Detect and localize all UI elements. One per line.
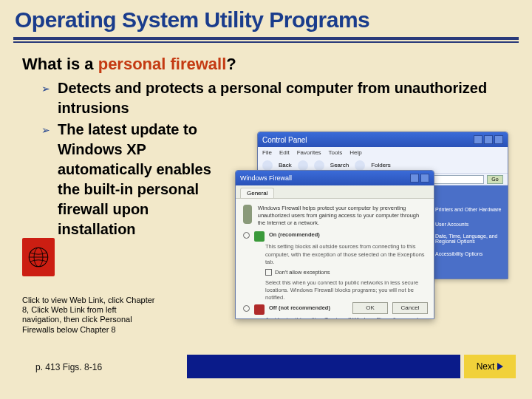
- minimize-icon: [474, 135, 482, 144]
- wf-option-on: On (recommended): [243, 231, 426, 242]
- page-reference: p. 413 Figs. 8-16: [35, 362, 102, 372]
- ok-button: OK: [352, 302, 388, 314]
- title-underline: [13, 37, 519, 43]
- firewall-icon: [243, 205, 252, 224]
- slide-title: Operating System Utility Programs: [0, 0, 532, 33]
- category-label: Printers and Other Hardware: [435, 207, 501, 212]
- arrow-right-icon: [497, 363, 503, 370]
- close-icon: [420, 174, 429, 183]
- cp-titlebar: Control Panel: [258, 132, 508, 147]
- globe-icon: [26, 245, 51, 270]
- wf-exc-desc: Select this when you connect to public n…: [265, 279, 426, 301]
- toolbar-label: Search: [330, 162, 349, 168]
- wf-exception-check: Don't allow exceptions: [265, 269, 426, 276]
- menu-item: File: [262, 149, 272, 156]
- maximize-icon: [484, 135, 493, 144]
- shield-on-icon: [254, 231, 265, 242]
- checkbox-icon: [265, 269, 272, 276]
- menu-item: Help: [349, 149, 361, 156]
- cp-menubar: File Edit Favorites Tools Help: [258, 147, 508, 157]
- wf-on-label: On (recommended): [269, 231, 320, 239]
- back-icon: [262, 160, 273, 171]
- next-label: Next: [477, 361, 495, 372]
- bullet-icon: ➢: [41, 120, 58, 136]
- menu-item: Edit: [279, 149, 290, 156]
- category-label: User Accounts: [435, 222, 468, 227]
- next-button[interactable]: Next: [464, 355, 516, 378]
- wf-tab-general: General: [240, 188, 274, 198]
- question-line: What is a personal firewall?: [22, 55, 532, 74]
- radio-icon: [243, 305, 250, 312]
- wf-body: Windows Firewall helps protect your comp…: [236, 199, 434, 319]
- toolbar-label: Back: [279, 162, 292, 168]
- embedded-screenshot: Control Panel File Edit Favorites Tools …: [235, 132, 508, 319]
- wf-off-label: Off (not recommended): [269, 304, 330, 312]
- wf-titlebar: Windows Firewall: [236, 171, 434, 185]
- radio-icon: [243, 232, 250, 239]
- folders-icon: [355, 160, 365, 171]
- cp-title-text: Control Panel: [262, 136, 307, 144]
- cancel-button: Cancel: [392, 302, 428, 314]
- firewall-window: Windows Firewall General Windows Firewal…: [235, 170, 434, 319]
- category-label: Accessibility Options: [435, 251, 482, 256]
- bullet-text: Detects and protects a personal computer…: [58, 78, 532, 118]
- wf-tabs: General: [236, 185, 434, 199]
- help-icon: [410, 174, 419, 183]
- category-label: Date, Time, Language, and Regional Optio…: [435, 233, 502, 244]
- wf-intro: Windows Firewall helps protect your comp…: [258, 205, 426, 227]
- web-link-caption: Click to view Web Link, click Chapter 8,…: [22, 296, 155, 335]
- wf-exc-label: Don't allow exceptions: [275, 269, 330, 276]
- search-icon: [314, 160, 324, 171]
- go-button: Go: [487, 175, 503, 184]
- wf-off-desc: Avoid using this setting. Turning off Wi…: [265, 316, 426, 319]
- wf-title-text: Windows Firewall: [240, 174, 292, 182]
- question-highlight: personal firewall: [98, 55, 227, 73]
- question-prefix: What is a: [22, 55, 98, 73]
- bullet-text: The latest update to Windows XP automati…: [58, 120, 226, 239]
- web-link-icon[interactable]: [22, 238, 55, 276]
- menu-item: Favorites: [297, 149, 321, 156]
- close-icon: [494, 135, 503, 144]
- footer-bar: [187, 355, 460, 378]
- bullet-item: ➢ Detects and protects a personal comput…: [41, 78, 532, 118]
- shield-off-icon: [254, 304, 265, 315]
- wf-on-desc: This setting blocks all outside sources …: [265, 243, 426, 265]
- forward-icon: [298, 160, 308, 171]
- slide: Operating System Utility Programs What i…: [0, 0, 532, 399]
- bullet-icon: ➢: [41, 78, 58, 95]
- question-suffix: ?: [226, 55, 236, 73]
- toolbar-label: Folders: [371, 162, 391, 168]
- menu-item: Tools: [329, 149, 343, 156]
